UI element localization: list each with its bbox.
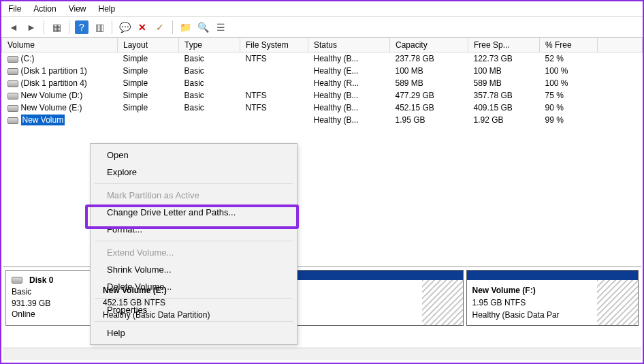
check-icon[interactable]: ✓ <box>153 20 167 34</box>
cell-free: 409.15 GB <box>468 102 540 114</box>
menu-action[interactable]: Action <box>33 4 56 14</box>
cell-free: 589 MB <box>468 77 540 89</box>
cell-fs <box>240 77 308 89</box>
cell-cap: 589 MB <box>390 77 468 89</box>
cell-type: Basic <box>179 77 240 89</box>
disk-volume-f[interactable]: New Volume (F:) 1.95 GB NTFS Healthy (Ba… <box>466 270 639 326</box>
cell-free: 100 MB <box>468 65 540 77</box>
table-row[interactable]: New VolumHealthy (B...1.95 GB1.92 GB99 % <box>2 114 643 126</box>
action-icon[interactable]: 💬 <box>118 20 131 34</box>
cell-fs: NTFS <box>240 89 308 102</box>
toolbar-separator <box>69 20 69 34</box>
cell-type: Basic <box>179 65 240 77</box>
horizontal-scrollbar[interactable] <box>3 348 641 360</box>
back-icon[interactable]: ◄ <box>7 20 20 34</box>
cell-pct: 75 % <box>540 89 598 102</box>
volume-e-size: 452.15 GB NTFS <box>103 297 457 309</box>
cell-pct: 90 % <box>540 102 598 114</box>
table-row[interactable]: New Volume (D:)SimpleBasicNTFSHealthy (B… <box>2 89 643 102</box>
disk-type: Basic <box>12 286 88 298</box>
cell-status: Healthy (B... <box>308 114 390 126</box>
cell-layout: Simple <box>118 65 179 77</box>
cell-layout: Simple <box>118 102 179 114</box>
cell-type <box>179 114 240 126</box>
cell-status: Healthy (R... <box>308 77 390 89</box>
cell-fs: NTFS <box>240 102 308 114</box>
disk-info-box[interactable]: Disk 0 Basic 931.39 GB Online <box>5 270 94 326</box>
cell-free: 122.73 GB <box>468 52 540 65</box>
cm-help[interactable]: Help <box>91 324 297 342</box>
cm-separator <box>95 183 293 184</box>
column-header-row: Volume Layout Type File System Status Ca… <box>2 38 643 52</box>
cm-separator <box>95 321 293 322</box>
menu-file[interactable]: File <box>8 4 21 14</box>
schedule-icon[interactable]: ▥ <box>93 20 106 34</box>
cell-fs <box>240 114 308 126</box>
cell-layout <box>118 114 179 126</box>
volume-name: New Volum <box>21 115 65 125</box>
volume-e-status: Healthy (Basic Data Partition) <box>103 309 457 321</box>
search-icon[interactable]: 🔍 <box>196 20 210 34</box>
col-spacer <box>598 38 643 52</box>
volume-e-title: New Volume (E:) <box>103 284 457 297</box>
table-row[interactable]: (Disk 1 partition 4)SimpleBasicHealthy (… <box>2 77 643 89</box>
menu-help[interactable]: Help <box>99 4 116 14</box>
folder-icon[interactable]: 📁 <box>178 20 192 34</box>
col-status[interactable]: Status <box>308 38 390 52</box>
list-icon[interactable]: ☰ <box>214 20 227 34</box>
toolbar-separator <box>112 20 112 34</box>
cell-type: Basic <box>179 52 240 65</box>
col-layout[interactable]: Layout <box>118 38 179 52</box>
table-row[interactable]: (C:)SimpleBasicNTFSHealthy (B...237.78 G… <box>2 52 643 65</box>
cm-mark-active: Mark Partition as Active <box>91 187 297 204</box>
cell-pct: 100 % <box>540 77 598 89</box>
cm-explore[interactable]: Explore <box>91 164 297 181</box>
grid-icon[interactable]: ▦ <box>50 20 63 34</box>
volume-header-bar <box>467 271 638 280</box>
forward-icon[interactable]: ► <box>25 20 38 34</box>
cell-fs <box>240 65 308 77</box>
cell-status: Healthy (B... <box>308 89 390 102</box>
volume-name: (C:) <box>21 54 35 63</box>
cell-layout: Simple <box>118 89 179 102</box>
volume-name: New Volume (E:) <box>21 103 82 112</box>
col-volume[interactable]: Volume <box>2 38 118 52</box>
cell-status: Healthy (B... <box>308 52 390 65</box>
cm-format[interactable]: Format... <box>91 221 297 238</box>
cell-cap: 100 MB <box>390 65 468 77</box>
cell-type: Basic <box>179 89 240 102</box>
disk-status: Online <box>12 309 88 320</box>
cm-open[interactable]: Open <box>91 147 297 164</box>
cell-cap: 477.29 GB <box>390 89 468 102</box>
col-pctfree[interactable]: % Free <box>540 38 598 52</box>
cm-shrink-volume[interactable]: Shrink Volume... <box>91 261 297 278</box>
cell-cap: 1.95 GB <box>390 114 468 126</box>
cell-layout: Simple <box>118 77 179 89</box>
cm-change-drive-letter[interactable]: Change Drive Letter and Paths... <box>91 204 297 221</box>
col-capacity[interactable]: Capacity <box>390 38 468 52</box>
disk-label: Disk 0 <box>29 275 53 286</box>
table-row[interactable]: (Disk 1 partition 1)SimpleBasicHealthy (… <box>2 65 643 77</box>
help-icon[interactable]: ? <box>75 20 88 34</box>
cell-free: 357.78 GB <box>468 89 540 102</box>
table-row[interactable]: New Volume (E:)SimpleBasicNTFSHealthy (B… <box>2 102 643 114</box>
volume-name: (Disk 1 partition 1) <box>21 66 87 76</box>
toolbar-separator <box>172 20 173 34</box>
menu-bar: File Action View Help <box>1 1 643 17</box>
delete-icon[interactable]: ✕ <box>135 20 149 34</box>
col-type[interactable]: Type <box>179 38 240 52</box>
cell-pct: 52 % <box>540 52 598 65</box>
volume-table: Volume Layout Type File System Status Ca… <box>1 37 643 126</box>
cell-fs: NTFS <box>240 52 308 65</box>
disk-icon <box>7 93 18 100</box>
volume-f-status: Healthy (Basic Data Par <box>472 309 632 321</box>
volume-name: (Disk 1 partition 4) <box>21 78 87 88</box>
cell-pct: 99 % <box>540 114 598 126</box>
volume-name: New Volume (D:) <box>21 91 83 100</box>
col-freespace[interactable]: Free Sp... <box>468 38 540 52</box>
col-filesystem[interactable]: File System <box>240 38 308 52</box>
cell-cap: 237.78 GB <box>390 52 468 65</box>
toolbar-separator <box>44 20 44 34</box>
menu-view[interactable]: View <box>69 4 86 14</box>
disk-size: 931.39 GB <box>12 298 88 309</box>
